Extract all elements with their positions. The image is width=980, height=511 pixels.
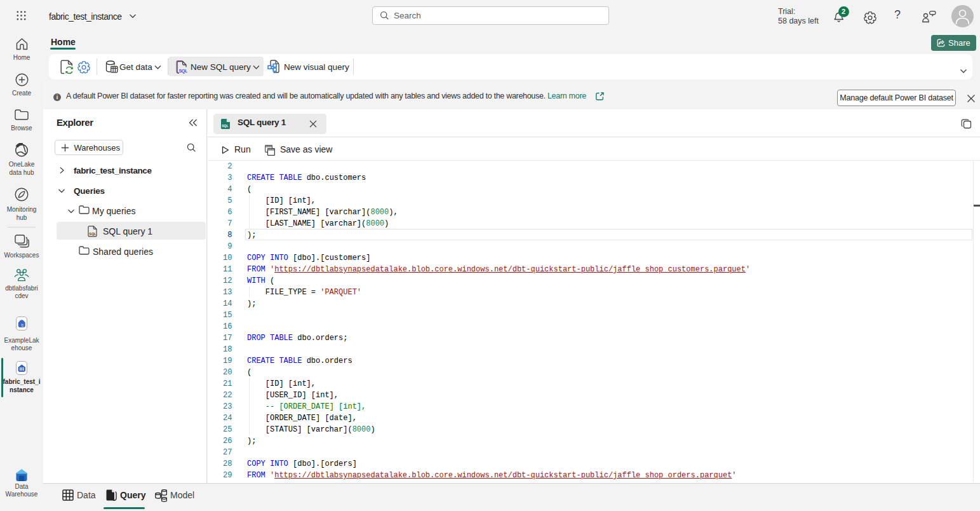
svg-text:SQL: SQL (178, 68, 187, 74)
svg-text:SQL: SQL (89, 232, 97, 236)
svg-text:SQL: SQL (222, 124, 228, 128)
